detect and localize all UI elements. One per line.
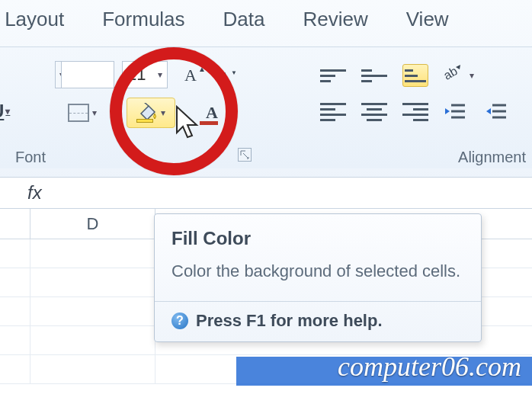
- grow-font-button[interactable]: A ▲: [180, 61, 209, 88]
- help-icon: ?: [171, 312, 188, 329]
- borders-button[interactable]: ▾: [61, 98, 104, 128]
- font-group-label: Font: [15, 149, 168, 166]
- align-top-button[interactable]: [320, 64, 346, 87]
- svg-text:▲: ▲: [198, 65, 206, 73]
- orientation-button[interactable]: ab ▾: [442, 62, 474, 85]
- tab-page-layout[interactable]: ge Layout: [0, 8, 64, 31]
- paint-bucket-icon: [136, 103, 158, 123]
- caret-icon: ▾: [5, 106, 10, 117]
- align-left-button[interactable]: [320, 101, 346, 123]
- font-size-value: 11: [127, 65, 146, 85]
- caret-icon: ▾: [161, 107, 165, 118]
- font-color-swatch: [200, 121, 218, 125]
- watermark-bar: [236, 357, 532, 386]
- tooltip-help-line: ? Press F1 for more help.: [171, 311, 464, 331]
- tab-formulas[interactable]: Formulas: [102, 8, 184, 31]
- svg-text:A: A: [184, 66, 197, 85]
- align-center-button[interactable]: [361, 101, 387, 123]
- svg-marker-11: [445, 108, 450, 114]
- tooltip-fill-color: Fill Color Color the background of selec…: [154, 213, 482, 342]
- ribbon-tabs: ge Layout Formulas Data Review View: [0, 0, 532, 46]
- svg-line-5: [144, 103, 149, 106]
- font-size-input[interactable]: 11 ▾: [122, 61, 168, 88]
- decrease-indent-button[interactable]: [444, 101, 470, 123]
- fx-label: fx: [0, 182, 42, 204]
- svg-marker-4: [141, 106, 155, 120]
- increase-indent-button[interactable]: [485, 101, 511, 123]
- svg-text:▼: ▼: [231, 69, 237, 76]
- ribbon: ▾ 11 ▾ A ▲ A ▼ U ▾ ▾: [0, 46, 532, 168]
- align-bottom-button[interactable]: [402, 64, 428, 87]
- align-right-button[interactable]: [402, 101, 428, 123]
- column-header-d[interactable]: D: [30, 209, 155, 239]
- caret-icon: ▾: [470, 70, 474, 81]
- tooltip-description: Color the background of selected cells.: [171, 260, 464, 283]
- decrease-indent-icon: [444, 102, 466, 122]
- svg-text:A: A: [220, 70, 229, 83]
- caret-icon: ▾: [158, 69, 162, 80]
- underline-label: U: [0, 101, 4, 122]
- select-all-corner[interactable]: [0, 209, 30, 239]
- caret-icon: ▾: [227, 107, 232, 118]
- font-dialog-launcher[interactable]: [238, 148, 252, 162]
- tab-view[interactable]: View: [406, 8, 449, 31]
- tab-review[interactable]: Review: [303, 8, 368, 31]
- svg-marker-15: [486, 108, 491, 114]
- tooltip-divider: [155, 301, 481, 302]
- font-color-button[interactable]: A ▾: [192, 98, 235, 128]
- shrink-font-icon: A ▼: [217, 64, 239, 85]
- font-name-input[interactable]: [61, 61, 114, 88]
- alignment-group-label: Alignment: [458, 149, 532, 166]
- font-group: ▾ 11 ▾ A ▲ A ▼ U ▾ ▾: [0, 53, 274, 168]
- svg-text:A: A: [206, 103, 218, 122]
- dialog-launcher-icon: [239, 149, 251, 161]
- tab-data[interactable]: Data: [223, 8, 265, 31]
- borders-icon: [68, 104, 89, 122]
- shrink-font-button[interactable]: A ▼: [213, 61, 242, 88]
- orientation-icon: ab: [442, 62, 465, 85]
- alignment-group: ab ▾: [305, 53, 532, 168]
- underline-button[interactable]: U ▾: [0, 101, 10, 122]
- formula-bar[interactable]: fx: [0, 177, 532, 209]
- increase-indent-icon: [485, 102, 508, 122]
- grow-font-icon: A ▲: [183, 64, 206, 85]
- fill-color-button[interactable]: ▾: [127, 98, 175, 128]
- caret-icon: ▾: [92, 107, 97, 118]
- align-middle-button[interactable]: [361, 64, 387, 87]
- tooltip-help-text: Press F1 for more help.: [196, 311, 383, 331]
- tooltip-title: Fill Color: [171, 228, 464, 249]
